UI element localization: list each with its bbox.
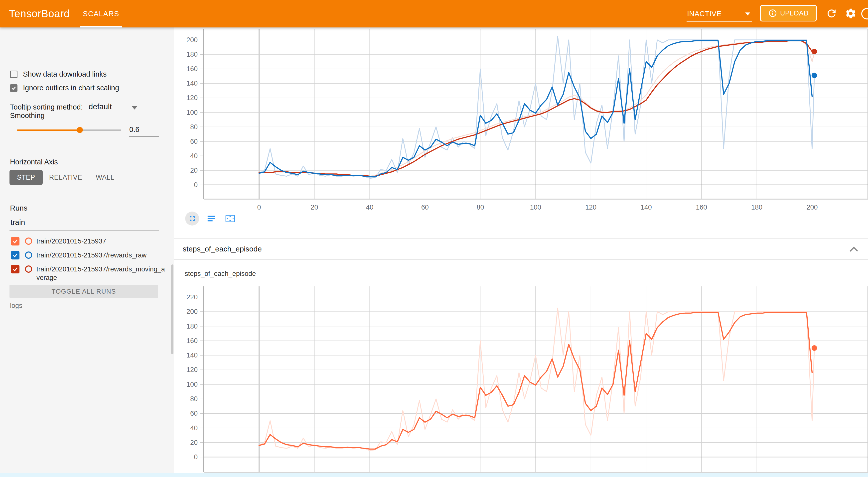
app-title: TensorBoard xyxy=(9,0,70,27)
settings-sidebar: Show data download links Ignore outliers… xyxy=(0,27,174,477)
rewards-chart[interactable]: 0204060801001201401601802000204060801001… xyxy=(175,27,868,213)
runs-filter-input[interactable] xyxy=(10,218,151,227)
haxis-wall-button[interactable]: WALL xyxy=(92,170,118,185)
svg-text:20: 20 xyxy=(190,167,198,174)
svg-text:200: 200 xyxy=(806,203,817,211)
info-icon xyxy=(768,9,777,18)
haxis-relative-button[interactable]: RELATIVE xyxy=(50,170,81,185)
haxis-step-button[interactable]: STEP xyxy=(9,170,43,185)
run-color-circle[interactable] xyxy=(25,252,32,259)
horizontal-axis-label: Horizontal Axis xyxy=(10,158,58,166)
run-color-circle[interactable] xyxy=(25,265,32,273)
expand-chart-icon[interactable] xyxy=(185,212,199,225)
svg-text:20: 20 xyxy=(190,439,198,446)
show-download-links-row: Show data download links xyxy=(10,70,106,78)
svg-text:20: 20 xyxy=(311,203,318,211)
svg-text:60: 60 xyxy=(421,203,429,211)
ignore-outliers-checkbox[interactable] xyxy=(10,84,18,92)
svg-text:0: 0 xyxy=(257,203,261,211)
svg-text:100: 100 xyxy=(530,203,541,211)
svg-text:80: 80 xyxy=(190,395,198,403)
run-row[interactable]: train/20201015-215937 xyxy=(0,237,174,246)
check-icon xyxy=(12,266,19,273)
divider xyxy=(0,101,174,101)
run-label: train/20201015-215937/rewards_moving_ave… xyxy=(36,265,166,282)
svg-text:100: 100 xyxy=(186,109,198,116)
chevron-down-icon[interactable] xyxy=(745,12,750,15)
svg-text:140: 140 xyxy=(641,203,652,211)
section-header[interactable]: steps_of_each_episode xyxy=(174,238,868,260)
steps-chart[interactable]: 020406080100120140160180200220 xyxy=(175,282,868,477)
svg-text:200: 200 xyxy=(186,308,198,315)
runs-selector-icon[interactable] xyxy=(204,212,218,225)
svg-text:40: 40 xyxy=(190,424,198,432)
svg-text:60: 60 xyxy=(190,138,198,145)
svg-text:160: 160 xyxy=(186,65,198,73)
chart-card-title: steps_of_each_episode xyxy=(185,270,256,278)
smoothing-value[interactable]: 0.6 xyxy=(129,126,139,134)
svg-text:80: 80 xyxy=(190,123,198,131)
help-icon[interactable] xyxy=(861,8,868,20)
runs-list: train/20201015-215937train/20201015-2159… xyxy=(0,237,174,287)
upload-button[interactable]: UPLOAD xyxy=(760,5,817,22)
runs-filter-underline xyxy=(9,230,159,231)
refresh-icon[interactable] xyxy=(826,7,838,20)
run-row[interactable]: train/20201015-215937/rewards_raw xyxy=(0,251,174,259)
app-header: TensorBoard SCALARS INACTIVE UPLOAD xyxy=(0,0,868,27)
svg-text:180: 180 xyxy=(186,323,198,330)
svg-text:140: 140 xyxy=(186,351,198,359)
smoothing-slider-thumb[interactable] xyxy=(77,127,83,133)
run-row[interactable]: train/20201015-215937/rewards_moving_ave… xyxy=(0,265,174,282)
run-color-circle[interactable] xyxy=(25,237,32,245)
runs-heading: Runs xyxy=(10,204,27,212)
svg-text:120: 120 xyxy=(186,366,198,374)
gear-icon[interactable] xyxy=(845,7,857,20)
svg-text:40: 40 xyxy=(366,203,373,211)
run-checkbox[interactable] xyxy=(11,265,20,274)
check-icon xyxy=(12,238,19,245)
svg-text:40: 40 xyxy=(190,152,198,160)
smoothing-slider-fill xyxy=(17,129,80,131)
run-label: train/20201015-215937 xyxy=(36,237,166,246)
show-download-links-label: Show data download links xyxy=(23,70,106,78)
check-icon xyxy=(11,85,17,91)
upload-button-label: UPLOAD xyxy=(780,9,809,17)
section-title: steps_of_each_episode xyxy=(183,238,262,259)
svg-text:60: 60 xyxy=(190,410,198,417)
svg-text:140: 140 xyxy=(186,80,198,87)
svg-text:220: 220 xyxy=(186,293,198,301)
svg-text:160: 160 xyxy=(696,203,707,211)
tooltip-sorting-label: Tooltip sorting method: xyxy=(10,103,83,111)
sidebar-scrollbar[interactable] xyxy=(171,264,174,354)
chevron-down-icon[interactable] xyxy=(132,106,137,109)
svg-text:120: 120 xyxy=(186,94,198,101)
show-download-links-checkbox[interactable] xyxy=(10,71,18,78)
run-checkbox[interactable] xyxy=(11,251,20,259)
fit-domain-icon[interactable] xyxy=(223,212,237,225)
svg-text:100: 100 xyxy=(186,381,198,388)
svg-text:80: 80 xyxy=(476,203,484,211)
svg-text:180: 180 xyxy=(186,51,198,58)
smoothing-value-underline xyxy=(129,136,159,137)
svg-text:120: 120 xyxy=(585,203,596,211)
ignore-outliers-row: Ignore outliers in chart scaling xyxy=(10,84,119,92)
status-dropdown[interactable]: INACTIVE xyxy=(687,0,721,27)
divider xyxy=(0,147,174,147)
svg-text:0: 0 xyxy=(194,453,198,461)
chart-toolbar xyxy=(185,212,237,225)
svg-text:160: 160 xyxy=(186,337,198,345)
check-icon xyxy=(12,252,19,258)
chevron-up-icon[interactable] xyxy=(849,246,859,252)
divider xyxy=(0,195,174,195)
logs-label: logs xyxy=(10,302,23,310)
smoothing-label: Smoothing xyxy=(10,112,45,120)
svg-text:180: 180 xyxy=(751,203,763,211)
horizontal-scrollbar[interactable] xyxy=(0,473,868,477)
ignore-outliers-label: Ignore outliers in chart scaling xyxy=(23,84,119,92)
svg-text:200: 200 xyxy=(186,36,198,44)
toggle-all-runs-button[interactable]: TOGGLE ALL RUNS xyxy=(9,285,158,298)
svg-text:0: 0 xyxy=(194,181,198,189)
run-checkbox[interactable] xyxy=(11,237,20,246)
tab-scalars[interactable]: SCALARS xyxy=(80,0,122,27)
tooltip-sorting-select[interactable]: default xyxy=(89,102,112,111)
